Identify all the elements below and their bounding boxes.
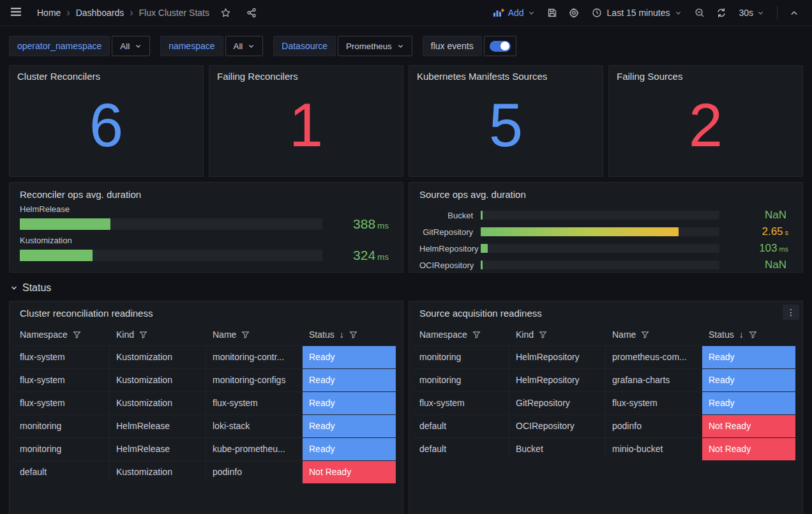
- column-header[interactable]: Namespace: [13, 325, 110, 345]
- panel-title[interactable]: Source ops avg. duration: [419, 189, 797, 200]
- stat-value: 6: [17, 82, 195, 171]
- stat-panel: Cluster Reconcilers 6: [9, 65, 204, 177]
- table: Namespace Kind Name Status ↓: [413, 325, 799, 460]
- stat-value: 1: [217, 82, 395, 171]
- clock-icon: [592, 8, 602, 18]
- cell-kind: HelmRepository: [509, 369, 606, 391]
- panel-menu-button[interactable]: ⋮: [783, 305, 799, 320]
- cell-status: Not Ready: [702, 415, 799, 437]
- column-header-label: Status: [309, 329, 335, 340]
- column-header-label: Namespace: [419, 329, 467, 340]
- cell-namespace: default: [413, 438, 509, 460]
- variable-group: Datasource Prometheus: [273, 36, 412, 56]
- panel-title[interactable]: Reconciler ops avg. duration: [20, 189, 398, 200]
- zoom-out-time-button[interactable]: [690, 4, 709, 21]
- share-button[interactable]: [242, 4, 261, 21]
- column-header[interactable]: Name: [606, 325, 702, 345]
- variable-selected-value: Prometheus: [346, 42, 392, 51]
- breadcrumb-dashboards[interactable]: Dashboards: [76, 8, 124, 18]
- filter-funnel-icon[interactable]: [241, 331, 250, 339]
- chevron-down-icon: [528, 10, 535, 17]
- column-header-label: Kind: [516, 329, 534, 340]
- gauge-row: HelmRelease 388ms: [20, 204, 398, 232]
- gauge-row: Bucket NaN: [419, 207, 797, 223]
- column-header[interactable]: Kind: [509, 325, 606, 345]
- column-header[interactable]: Name: [206, 325, 303, 345]
- stats-row: Cluster Reconcilers 6 Failing Reconciler…: [9, 65, 803, 177]
- cell-name: kube-prometheu...: [206, 438, 303, 460]
- cell-kind: HelmRelease: [110, 415, 206, 437]
- chevron-down-icon: [10, 284, 18, 292]
- column-header[interactable]: Kind: [110, 325, 206, 345]
- breadcrumb-home[interactable]: Home: [37, 8, 61, 18]
- panel-title[interactable]: Cluster reconciliation readiness: [20, 308, 399, 319]
- sort-desc-icon: ↓: [340, 329, 344, 340]
- status-badge: Not Ready: [702, 415, 795, 437]
- table-row: flux-system GitRepository flux-system Re…: [413, 391, 799, 414]
- gauge-label: HelmRepository: [419, 244, 481, 253]
- variable-dropdown-operator_namespace[interactable]: All: [112, 36, 150, 56]
- gauge-row: Kustomization 324ms: [20, 236, 398, 263]
- add-panel-button[interactable]: Add: [488, 4, 540, 21]
- filter-funnel-icon[interactable]: [73, 331, 81, 339]
- cell-status: Ready: [303, 369, 399, 391]
- panel-title[interactable]: Cluster Reconcilers: [17, 71, 195, 82]
- column-header[interactable]: Status ↓: [303, 325, 399, 345]
- table-row: monitoring HelmRepository grafana-charts…: [413, 368, 799, 391]
- status-badge: Ready: [702, 369, 795, 391]
- table-panel: Cluster reconciliation readiness Namespa…: [9, 301, 403, 514]
- gauge-track: [481, 211, 719, 220]
- variable-dropdown-Datasource[interactable]: Prometheus: [338, 36, 412, 56]
- gauge-bar: [20, 218, 110, 230]
- column-header[interactable]: Status ↓: [702, 325, 799, 345]
- save-icon: [547, 8, 557, 18]
- filter-funnel-icon[interactable]: [139, 331, 147, 339]
- table-row: flux-system Kustomization monitoring-con…: [13, 345, 399, 368]
- dashboard-settings-button[interactable]: [564, 4, 583, 21]
- panel-title[interactable]: Failing Sources: [617, 71, 795, 82]
- collapse-toolbar-button[interactable]: [785, 6, 803, 20]
- status-row-header[interactable]: Status: [10, 282, 803, 294]
- filter-funnel-icon[interactable]: [749, 331, 757, 339]
- gauge-track: [481, 261, 719, 269]
- column-header[interactable]: Namespace: [413, 325, 509, 345]
- gauge-row: GitRepository 2.65s: [419, 223, 797, 240]
- gauge-bar: [481, 244, 488, 253]
- variable-label: operator_namespace: [9, 36, 110, 56]
- panel-title[interactable]: Failing Reconcilers: [217, 71, 395, 82]
- save-dashboard-button[interactable]: [543, 4, 562, 21]
- flux-events-group: flux events: [423, 36, 516, 56]
- filter-funnel-icon[interactable]: [472, 331, 481, 339]
- status-row-title: Status: [22, 282, 51, 294]
- flux-events-toggle[interactable]: [484, 36, 516, 56]
- gauge-body: Bucket NaN GitRepository 2.65s HelmRepos…: [414, 204, 797, 273]
- gauge-label: Kustomization: [20, 236, 398, 245]
- cell-namespace: monitoring: [13, 438, 110, 460]
- refresh-interval-label: 30s: [739, 8, 753, 18]
- cell-name: minio-bucket: [606, 438, 702, 460]
- stat-value: 5: [417, 82, 595, 171]
- cell-kind: Kustomization: [110, 461, 206, 483]
- chevron-down-icon: [397, 43, 404, 50]
- gauge-value: 103ms: [719, 242, 797, 255]
- column-header-label: Status: [709, 329, 734, 340]
- filter-funnel-icon[interactable]: [349, 331, 357, 339]
- filter-funnel-icon[interactable]: [641, 331, 649, 339]
- cell-status: Not Ready: [702, 438, 799, 460]
- bar-gauge-panel: Reconciler ops avg. duration HelmRelease…: [9, 182, 403, 273]
- table-header-row: Namespace Kind Name Status ↓: [413, 325, 799, 345]
- table-body: monitoring HelmRepository prometheus-com…: [413, 345, 799, 460]
- panel-title[interactable]: Source acquisition readiness: [419, 308, 799, 319]
- panel-title[interactable]: Kubernetes Manifests Sources: [417, 71, 595, 82]
- cell-name: prometheus-com...: [606, 346, 702, 368]
- refresh-interval-dropdown[interactable]: 30s: [733, 4, 769, 21]
- cell-name: flux-system: [206, 392, 303, 414]
- menu-toggle-button[interactable]: [6, 4, 26, 21]
- variable-dropdown-namespace[interactable]: All: [225, 36, 264, 56]
- filter-funnel-icon[interactable]: [539, 331, 547, 339]
- cell-kind: GitRepository: [509, 392, 606, 414]
- time-range-picker[interactable]: Last 15 minutes: [586, 4, 688, 21]
- favorite-star-button[interactable]: [216, 4, 236, 21]
- column-header-label: Namespace: [20, 329, 68, 340]
- refresh-button[interactable]: [712, 4, 731, 21]
